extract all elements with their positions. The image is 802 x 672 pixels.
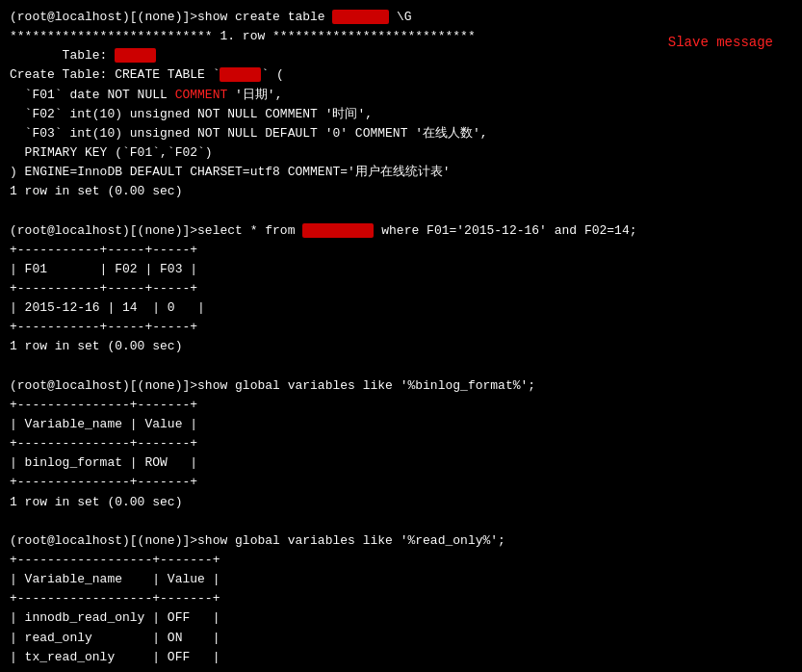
cmd-line-3: (root@localhost)[(none)]>show global var… [10, 376, 792, 396]
select-hdr: | F01 | F02 | F03 | [10, 260, 792, 279]
row3-result: 1 row in set (0.00 sec) [10, 493, 792, 512]
redacted-table-name: █████ [115, 48, 156, 63]
create-table-row: Create Table: CREATE TABLE `█████` ( [10, 65, 792, 85]
row1-result: 1 row in set (0.00 sec) [10, 182, 792, 201]
binlog-row: | binlog_format | ROW | [10, 453, 792, 473]
blank-2 [10, 357, 792, 376]
comment-keyword: COMMENT [175, 88, 228, 102]
terminal: Slave message (root@localhost)[(none)]>s… [10, 8, 792, 672]
blank-1 [10, 201, 792, 220]
blank-3 [10, 512, 792, 531]
cmd1-suffix: \G [389, 10, 411, 24]
readonly-sep-2: +------------------+-------+ [10, 589, 792, 608]
cmd2-pre: (root@localhost)[(none)]>select * from [10, 223, 302, 238]
binlog-hdr: | Variable_name | Value | [10, 415, 792, 434]
cmd1-pre: (root@localhost)[(none)]>show create tab… [10, 10, 332, 24]
redacted-table-1: ███████ [332, 10, 389, 24]
readonly-row-1: | innodb_read_only | OFF | [10, 608, 792, 628]
engine-line: ) ENGINE=InnoDB DEFAULT CHARSET=utf8 COM… [10, 163, 792, 182]
select-sep-1: +-----------+-----+-----+ [10, 241, 792, 260]
binlog-sep-2: +---------------+-------+ [10, 434, 792, 453]
row2-result: 1 row in set (0.00 sec) [10, 337, 792, 356]
field-f02: `F02` int(10) unsigned NOT NULL COMMENT … [10, 105, 792, 124]
cmd-line-1: (root@localhost)[(none)]>show create tab… [10, 8, 792, 27]
readonly-sep-1: +------------------+-------+ [10, 551, 792, 570]
slave-message-label: Slave message [668, 35, 773, 50]
select-sep-3: +-----------+-----+-----+ [10, 318, 792, 337]
readonly-row-2: | read_only | ON | [10, 629, 792, 648]
readonly-sep-3: +------------------+-------+ [10, 667, 792, 672]
redacted-create-name: █████ [220, 67, 261, 82]
field-f03: `F03` int(10) unsigned NOT NULL DEFAULT … [10, 124, 792, 143]
binlog-sep-3: +---------------+-------+ [10, 473, 792, 492]
field-f01: `F01` date NOT NULL COMMENT '日期', [10, 86, 792, 105]
select-data-1: | 2015-12-16 | 14 | 0 | [10, 298, 792, 318]
cmd2-suffix: where F01='2015-12-16' and F02=14; [374, 223, 636, 238]
cmd-line-2: (root@localhost)[(none)]>select * from █… [10, 221, 792, 241]
redacted-table-2: █████████ [302, 223, 374, 238]
readonly-row-3: | tx_read_only | OFF | [10, 648, 792, 667]
binlog-sep-1: +---------------+-------+ [10, 396, 792, 415]
cmd-line-4: (root@localhost)[(none)]>show global var… [10, 531, 792, 551]
pk-line: PRIMARY KEY (`F01`,`F02`) [10, 143, 792, 163]
readonly-hdr: | Variable_name | Value | [10, 570, 792, 589]
select-sep-2: +-----------+-----+-----+ [10, 279, 792, 298]
